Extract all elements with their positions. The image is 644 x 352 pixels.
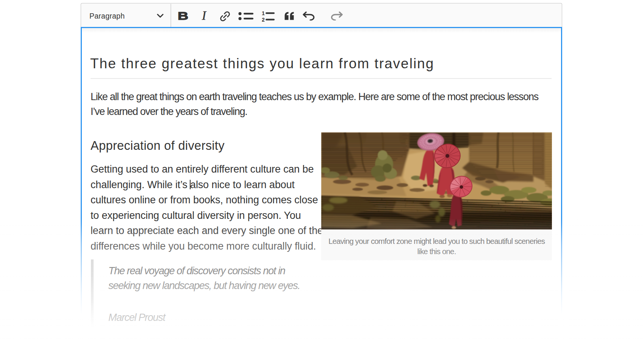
- svg-text:2: 2: [262, 17, 265, 22]
- svg-text:1: 1: [262, 11, 265, 16]
- svg-text:I: I: [202, 10, 207, 22]
- svg-text:B: B: [178, 10, 188, 22]
